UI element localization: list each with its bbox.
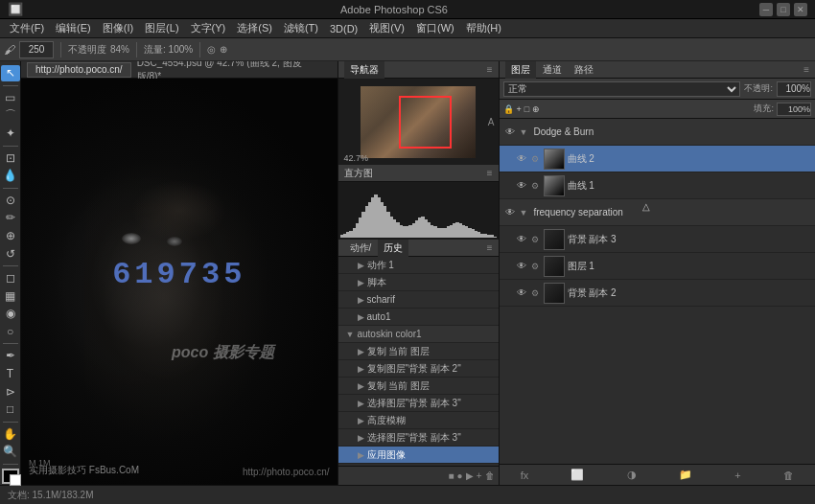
nav-selection-box[interactable] [399, 96, 452, 149]
tool-path[interactable]: ⊳ [1, 383, 20, 400]
menu-help[interactable]: 帮助(H) [460, 19, 507, 37]
menu-3d[interactable]: 3D(D) [324, 19, 363, 37]
history-stop-btn[interactable]: ■ [449, 470, 454, 481]
layer-item[interactable]: 👁▼Dodge & Burn [500, 119, 816, 146]
layer-options-icon[interactable]: ⚙ [531, 235, 539, 244]
history-actions: ■ ● ▶ + 🗑 [338, 466, 499, 485]
layer-item[interactable]: 👁⚙背景 副本 3 [500, 226, 816, 253]
tool-history-brush[interactable]: ↺ [1, 245, 20, 262]
history-settings-icon[interactable]: ≡ [487, 242, 493, 253]
menu-edit[interactable]: 编辑(E) [50, 19, 97, 37]
layers-settings-icon[interactable]: ≡ [803, 64, 809, 75]
menu-filter[interactable]: 滤镜(T) [278, 19, 324, 37]
layer-item[interactable]: 👁⚙曲线 2 [500, 146, 816, 172]
layer-visibility-toggle[interactable]: 👁 [515, 286, 528, 300]
tool-eraser[interactable]: ◻ [1, 270, 20, 286]
tool-pen[interactable]: ✒ [1, 348, 20, 364]
layer-visibility-toggle[interactable]: 👁 [515, 179, 528, 193]
history-tab[interactable]: 历史 [378, 240, 408, 257]
menu-layer[interactable]: 图层(L) [139, 19, 184, 37]
histogram-triangle: △ [642, 201, 650, 212]
layer-visibility-toggle[interactable]: 👁 [515, 260, 528, 273]
tool-eyedropper[interactable]: 💧 [1, 168, 20, 184]
tool-type[interactable]: T [1, 366, 20, 382]
history-item[interactable]: ▶动作 1 [338, 257, 499, 274]
maximize-button[interactable]: □ [777, 3, 790, 16]
layer-visibility-toggle[interactable]: 👁 [503, 126, 517, 139]
history-item[interactable]: ▶复制 当前 图层 [338, 343, 499, 360]
menu-select[interactable]: 选择(S) [231, 19, 278, 37]
tool-magic-wand[interactable]: ✦ [1, 126, 20, 142]
layer-mask-btn[interactable]: ⬜ [570, 469, 584, 481]
layer-visibility-toggle[interactable]: 👁 [503, 206, 517, 219]
history-item[interactable]: ▶复制图层"背景 副本 2" [338, 360, 499, 378]
history-item[interactable]: ▶选择图层"背景 副本 3" [338, 429, 499, 447]
layer-options-icon[interactable]: ⚙ [531, 262, 539, 271]
history-item[interactable]: ▼autoskin color1 [338, 326, 499, 343]
layers-tab[interactable]: 图层 [505, 61, 536, 79]
layer-thumbnail [544, 283, 565, 304]
layer-new-btn[interactable]: + [734, 470, 740, 481]
layer-visibility-toggle[interactable]: 👁 [515, 233, 528, 246]
layer-item[interactable]: 👁⚙图层 1 [500, 253, 816, 280]
document-tab[interactable]: http://photo.poco.cn/ [27, 62, 131, 78]
layer-visibility-toggle[interactable]: 👁 [515, 152, 528, 166]
histogram-header: 直方图 ≡ [338, 165, 499, 182]
history-item[interactable]: ▶选择图层"背景 副本 3" [338, 395, 499, 412]
navigator-tab[interactable]: 导航器 [344, 61, 384, 79]
blend-mode-select[interactable]: 正常 溶解 正片叠底 [503, 81, 741, 97]
brush-size-input[interactable] [19, 41, 54, 58]
history-delete-btn[interactable]: 🗑 [485, 470, 495, 481]
tool-marquee[interactable]: ▭ [1, 89, 20, 105]
layer-delete-btn[interactable]: 🗑 [783, 470, 794, 481]
history-item[interactable]: ▶应用图像 [338, 447, 499, 464]
history-item[interactable]: ▶复制 当前 图层 [338, 378, 499, 395]
close-button[interactable]: ✕ [794, 3, 807, 16]
paths-tab[interactable]: 路径 [569, 61, 599, 79]
tool-shape[interactable]: □ [1, 401, 20, 418]
history-item[interactable]: ▶scharif [338, 291, 499, 309]
actions-tab[interactable]: 动作/ [344, 240, 378, 257]
fill-input[interactable] [777, 103, 811, 116]
layer-group-btn[interactable]: 📁 [679, 469, 692, 481]
layer-fx-btn[interactable]: fx [521, 470, 529, 481]
foreground-color[interactable] [2, 469, 19, 484]
layer-item[interactable]: 👁⚙曲线 1 [500, 172, 816, 199]
layer-options-icon[interactable]: ⚙ [531, 288, 539, 298]
layer-options-icon[interactable]: ⚙ [531, 154, 539, 164]
tool-hand[interactable]: ✋ [1, 425, 20, 442]
menu-image[interactable]: 图像(I) [97, 19, 139, 37]
history-item[interactable]: ▶高度模糊 [338, 412, 499, 429]
tool-lasso[interactable]: ⌒ [1, 107, 20, 124]
tool-gradient[interactable]: ▦ [1, 287, 20, 304]
tool-zoom[interactable]: 🔍 [1, 444, 20, 460]
layer-adj-btn[interactable]: ◑ [627, 469, 637, 481]
tool-brush[interactable]: ✏ [1, 210, 20, 226]
panel-settings-icon[interactable]: ≡ [487, 64, 493, 75]
minimize-button[interactable]: ─ [759, 3, 773, 16]
tool-clone[interactable]: ⊕ [1, 228, 20, 244]
tool-spot-heal[interactable]: ⊙ [1, 193, 20, 209]
tool-crop[interactable]: ⊡ [1, 149, 20, 166]
layer-options-icon[interactable]: ⚙ [531, 181, 539, 191]
tool-dodge[interactable]: ○ [1, 324, 20, 340]
history-item[interactable]: ▶脚本 [338, 274, 499, 291]
channels-tab[interactable]: 通道 [537, 61, 568, 79]
history-item[interactable]: ▶auto1 [338, 309, 499, 326]
layer-item[interactable]: 👁⚙背景 副本 2 [500, 280, 816, 307]
layer-item[interactable]: 👁▼frequency separation [500, 199, 816, 226]
history-new-btn[interactable]: + [477, 470, 482, 481]
history-record-btn[interactable]: ● [457, 470, 463, 481]
opacity-input[interactable] [777, 81, 811, 97]
history-play-btn[interactable]: ▶ [466, 470, 474, 481]
histogram-settings-icon[interactable]: ≡ [487, 168, 493, 178]
background-color[interactable] [10, 474, 21, 486]
menu-view[interactable]: 视图(V) [363, 19, 410, 37]
tool-blur[interactable]: ◉ [1, 306, 20, 322]
tool-move[interactable]: ↖ [1, 65, 20, 81]
menu-file[interactable]: 文件(F) [4, 19, 50, 37]
menu-type[interactable]: 文字(Y) [185, 19, 232, 37]
menu-window[interactable]: 窗口(W) [410, 19, 460, 37]
nav-zoom-out[interactable]: A [488, 117, 495, 127]
tool-separator-6 [3, 422, 18, 423]
